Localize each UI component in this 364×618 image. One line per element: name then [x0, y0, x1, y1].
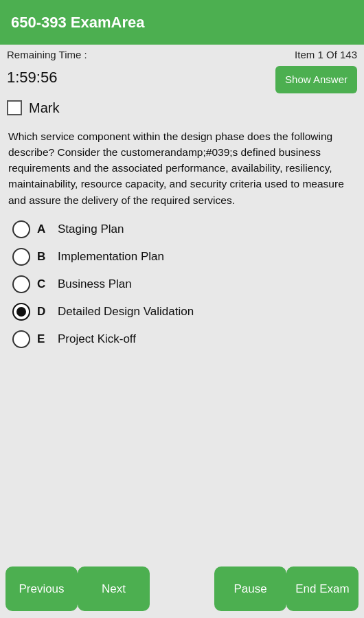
- mark-label: Mark: [29, 100, 59, 116]
- item-counter: Item 1 Of 143: [295, 49, 357, 60]
- app-header: 650-393 ExamArea: [0, 0, 364, 45]
- option-letter-c: C: [37, 277, 51, 291]
- remaining-time-label: Remaining Time :: [7, 49, 87, 60]
- previous-button[interactable]: Previous: [5, 566, 78, 611]
- option-row-a[interactable]: AStaging Plan: [8, 220, 356, 238]
- question-text: Which service component within the desig…: [8, 128, 356, 208]
- option-row-b[interactable]: BImplementation Plan: [8, 248, 356, 266]
- radio-c[interactable]: [12, 275, 30, 293]
- option-text-e: Project Kick-off: [58, 332, 136, 346]
- question-area: Which service component within the desig…: [0, 122, 364, 560]
- countdown-timer: 1:59:56: [7, 66, 57, 87]
- mark-row: Mark: [0, 98, 364, 122]
- option-text-b: Implementation Plan: [58, 250, 164, 264]
- radio-e[interactable]: [12, 330, 30, 348]
- show-answer-button[interactable]: Show Answer: [275, 66, 357, 93]
- option-letter-e: E: [37, 332, 51, 346]
- option-row-d[interactable]: DDetailed Design Validation: [8, 303, 356, 321]
- bottom-navigation: Previous Next Pause End Exam: [0, 560, 364, 618]
- info-bar: Remaining Time : Item 1 Of 143: [0, 45, 364, 63]
- app-title: 650-393 ExamArea: [11, 14, 144, 32]
- option-text-d: Detailed Design Validation: [58, 305, 194, 319]
- options-list: AStaging PlanBImplementation PlanCBusine…: [8, 220, 356, 348]
- timer-row: 1:59:56 Show Answer: [0, 63, 364, 98]
- radio-a[interactable]: [12, 220, 30, 238]
- radio-d[interactable]: [12, 303, 30, 321]
- option-letter-d: D: [37, 305, 51, 319]
- option-row-e[interactable]: EProject Kick-off: [8, 330, 356, 348]
- mark-checkbox[interactable]: [7, 100, 22, 115]
- option-letter-a: A: [37, 222, 51, 236]
- end-exam-button[interactable]: End Exam: [286, 566, 359, 611]
- option-text-a: Staging Plan: [58, 222, 124, 236]
- option-row-c[interactable]: CBusiness Plan: [8, 275, 356, 293]
- option-letter-b: B: [37, 250, 51, 264]
- radio-inner-d: [16, 307, 26, 317]
- option-text-c: Business Plan: [58, 277, 132, 291]
- next-button[interactable]: Next: [78, 566, 150, 611]
- radio-b[interactable]: [12, 248, 30, 266]
- pause-button[interactable]: Pause: [214, 566, 286, 611]
